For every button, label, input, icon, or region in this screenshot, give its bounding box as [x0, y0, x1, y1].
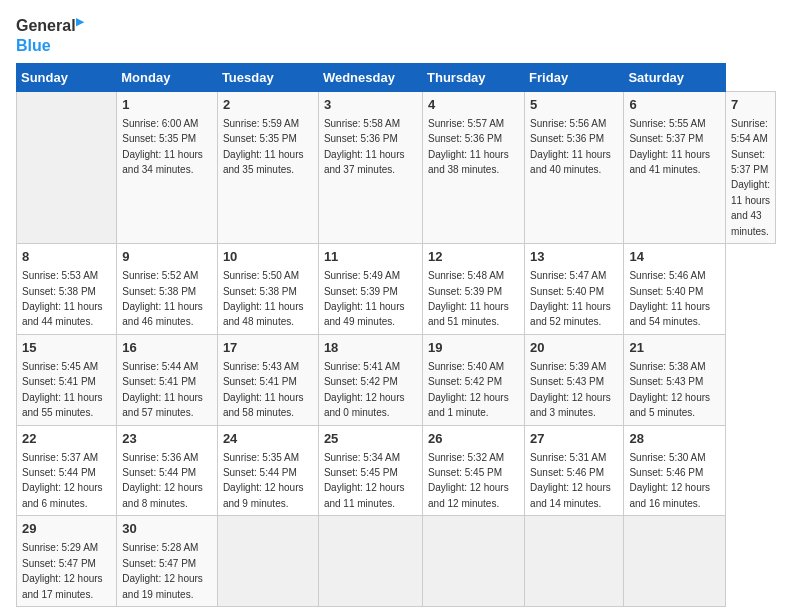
day-info: Sunrise: 5:40 AMSunset: 5:42 PMDaylight:… [428, 361, 509, 418]
day-info: Sunrise: 5:55 AMSunset: 5:37 PMDaylight:… [629, 118, 710, 175]
table-row: 25Sunrise: 5:34 AMSunset: 5:45 PMDayligh… [318, 425, 422, 516]
day-info: Sunrise: 5:35 AMSunset: 5:44 PMDaylight:… [223, 452, 304, 509]
day-info: Sunrise: 5:43 AMSunset: 5:41 PMDaylight:… [223, 361, 304, 418]
table-row: 7Sunrise: 5:54 AMSunset: 5:37 PMDaylight… [726, 91, 776, 243]
day-number: 22 [22, 430, 111, 448]
day-number: 2 [223, 96, 313, 114]
day-header-friday: Friday [525, 63, 624, 91]
day-info: Sunrise: 5:37 AMSunset: 5:44 PMDaylight:… [22, 452, 103, 509]
table-row [318, 516, 422, 607]
table-row: 22Sunrise: 5:37 AMSunset: 5:44 PMDayligh… [17, 425, 117, 516]
day-number: 18 [324, 339, 417, 357]
logo-text: General▶ Blue [16, 16, 84, 55]
day-info: Sunrise: 5:46 AMSunset: 5:40 PMDaylight:… [629, 270, 710, 327]
day-number: 12 [428, 248, 519, 266]
table-row: 12Sunrise: 5:48 AMSunset: 5:39 PMDayligh… [423, 244, 525, 335]
day-number: 15 [22, 339, 111, 357]
day-number: 20 [530, 339, 618, 357]
day-info: Sunrise: 5:29 AMSunset: 5:47 PMDaylight:… [22, 542, 103, 599]
day-info: Sunrise: 6:00 AMSunset: 5:35 PMDaylight:… [122, 118, 203, 175]
day-number: 9 [122, 248, 212, 266]
logo-general: General▶ [16, 16, 84, 36]
table-row: 19Sunrise: 5:40 AMSunset: 5:42 PMDayligh… [423, 334, 525, 425]
table-row [423, 516, 525, 607]
day-info: Sunrise: 5:32 AMSunset: 5:45 PMDaylight:… [428, 452, 509, 509]
day-number: 24 [223, 430, 313, 448]
table-row: 14Sunrise: 5:46 AMSunset: 5:40 PMDayligh… [624, 244, 726, 335]
day-header-thursday: Thursday [423, 63, 525, 91]
day-info: Sunrise: 5:56 AMSunset: 5:36 PMDaylight:… [530, 118, 611, 175]
day-number: 28 [629, 430, 720, 448]
day-info: Sunrise: 5:54 AMSunset: 5:37 PMDaylight:… [731, 118, 770, 237]
table-row: 20Sunrise: 5:39 AMSunset: 5:43 PMDayligh… [525, 334, 624, 425]
day-number: 14 [629, 248, 720, 266]
day-number: 6 [629, 96, 720, 114]
day-header-saturday: Saturday [624, 63, 726, 91]
table-row: 16Sunrise: 5:44 AMSunset: 5:41 PMDayligh… [117, 334, 218, 425]
day-number: 17 [223, 339, 313, 357]
day-number: 26 [428, 430, 519, 448]
day-info: Sunrise: 5:45 AMSunset: 5:41 PMDaylight:… [22, 361, 103, 418]
day-info: Sunrise: 5:41 AMSunset: 5:42 PMDaylight:… [324, 361, 405, 418]
day-info: Sunrise: 5:39 AMSunset: 5:43 PMDaylight:… [530, 361, 611, 418]
day-number: 23 [122, 430, 212, 448]
table-row: 4Sunrise: 5:57 AMSunset: 5:36 PMDaylight… [423, 91, 525, 243]
calendar-table: SundayMondayTuesdayWednesdayThursdayFrid… [16, 63, 776, 607]
table-row: 11Sunrise: 5:49 AMSunset: 5:39 PMDayligh… [318, 244, 422, 335]
table-row [17, 91, 117, 243]
table-row: 29Sunrise: 5:29 AMSunset: 5:47 PMDayligh… [17, 516, 117, 607]
day-number: 27 [530, 430, 618, 448]
day-info: Sunrise: 5:30 AMSunset: 5:46 PMDaylight:… [629, 452, 710, 509]
table-row: 13Sunrise: 5:47 AMSunset: 5:40 PMDayligh… [525, 244, 624, 335]
day-info: Sunrise: 5:50 AMSunset: 5:38 PMDaylight:… [223, 270, 304, 327]
table-row: 3Sunrise: 5:58 AMSunset: 5:36 PMDaylight… [318, 91, 422, 243]
table-row: 28Sunrise: 5:30 AMSunset: 5:46 PMDayligh… [624, 425, 726, 516]
table-row: 30Sunrise: 5:28 AMSunset: 5:47 PMDayligh… [117, 516, 218, 607]
day-number: 16 [122, 339, 212, 357]
day-number: 3 [324, 96, 417, 114]
table-row [217, 516, 318, 607]
day-info: Sunrise: 5:53 AMSunset: 5:38 PMDaylight:… [22, 270, 103, 327]
table-row: 9Sunrise: 5:52 AMSunset: 5:38 PMDaylight… [117, 244, 218, 335]
day-number: 4 [428, 96, 519, 114]
day-info: Sunrise: 5:48 AMSunset: 5:39 PMDaylight:… [428, 270, 509, 327]
day-info: Sunrise: 5:31 AMSunset: 5:46 PMDaylight:… [530, 452, 611, 509]
table-row [525, 516, 624, 607]
logo-blue: Blue [16, 36, 84, 55]
table-row: 1Sunrise: 6:00 AMSunset: 5:35 PMDaylight… [117, 91, 218, 243]
table-row [624, 516, 726, 607]
day-number: 29 [22, 520, 111, 538]
page-header: General▶ Blue [16, 16, 776, 55]
day-header-tuesday: Tuesday [217, 63, 318, 91]
day-info: Sunrise: 5:34 AMSunset: 5:45 PMDaylight:… [324, 452, 405, 509]
day-info: Sunrise: 5:57 AMSunset: 5:36 PMDaylight:… [428, 118, 509, 175]
day-number: 5 [530, 96, 618, 114]
table-row: 2Sunrise: 5:59 AMSunset: 5:35 PMDaylight… [217, 91, 318, 243]
table-row: 18Sunrise: 5:41 AMSunset: 5:42 PMDayligh… [318, 334, 422, 425]
day-number: 13 [530, 248, 618, 266]
table-row: 21Sunrise: 5:38 AMSunset: 5:43 PMDayligh… [624, 334, 726, 425]
table-row: 17Sunrise: 5:43 AMSunset: 5:41 PMDayligh… [217, 334, 318, 425]
table-row: 8Sunrise: 5:53 AMSunset: 5:38 PMDaylight… [17, 244, 117, 335]
day-info: Sunrise: 5:36 AMSunset: 5:44 PMDaylight:… [122, 452, 203, 509]
day-header-wednesday: Wednesday [318, 63, 422, 91]
table-row: 5Sunrise: 5:56 AMSunset: 5:36 PMDaylight… [525, 91, 624, 243]
table-row: 24Sunrise: 5:35 AMSunset: 5:44 PMDayligh… [217, 425, 318, 516]
table-row: 15Sunrise: 5:45 AMSunset: 5:41 PMDayligh… [17, 334, 117, 425]
table-row: 26Sunrise: 5:32 AMSunset: 5:45 PMDayligh… [423, 425, 525, 516]
day-number: 10 [223, 248, 313, 266]
day-info: Sunrise: 5:28 AMSunset: 5:47 PMDaylight:… [122, 542, 203, 599]
day-number: 11 [324, 248, 417, 266]
day-info: Sunrise: 5:59 AMSunset: 5:35 PMDaylight:… [223, 118, 304, 175]
day-number: 1 [122, 96, 212, 114]
day-info: Sunrise: 5:47 AMSunset: 5:40 PMDaylight:… [530, 270, 611, 327]
day-number: 30 [122, 520, 212, 538]
day-info: Sunrise: 5:58 AMSunset: 5:36 PMDaylight:… [324, 118, 405, 175]
day-number: 19 [428, 339, 519, 357]
day-number: 8 [22, 248, 111, 266]
day-number: 21 [629, 339, 720, 357]
day-header-monday: Monday [117, 63, 218, 91]
day-info: Sunrise: 5:38 AMSunset: 5:43 PMDaylight:… [629, 361, 710, 418]
logo-container: General▶ Blue [16, 16, 84, 55]
day-header-sunday: Sunday [17, 63, 117, 91]
